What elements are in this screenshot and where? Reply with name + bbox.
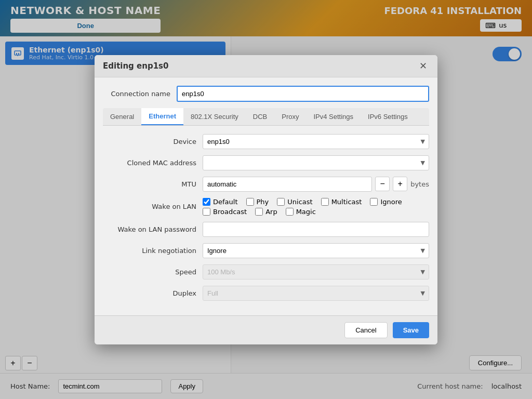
cloned-mac-row: Cloned MAC address xyxy=(103,155,429,170)
device-select-wrap: enp1s0 xyxy=(203,134,429,149)
cloned-mac-label: Cloned MAC address xyxy=(103,159,196,167)
wol-default-checkbox[interactable] xyxy=(203,198,210,206)
mtu-row: MTU − + bytes xyxy=(103,177,429,192)
tab-8021x[interactable]: 802.1X Security xyxy=(183,108,246,125)
wol-password-row: Wake on LAN password xyxy=(103,222,429,237)
link-negotiation-row: Link negotiation Ignore Automatic Manual xyxy=(103,243,429,258)
device-row: Device enp1s0 xyxy=(103,134,429,149)
connection-name-input[interactable] xyxy=(177,86,429,102)
cloned-mac-select[interactable] xyxy=(203,155,429,170)
connection-name-label: Connection name xyxy=(103,90,170,98)
device-label: Device xyxy=(103,138,196,145)
wol-phy-checkbox[interactable] xyxy=(246,198,254,206)
wol-magic-item: Magic xyxy=(286,208,316,216)
wol-ignore-label: Ignore xyxy=(380,198,402,206)
wol-label: Wake on LAN xyxy=(103,203,196,210)
connection-name-row: Connection name xyxy=(103,86,429,102)
dialog-header: Editing enp1s0 ✕ xyxy=(95,55,437,77)
wol-phy-label: Phy xyxy=(257,198,269,206)
wol-unicast-label: Unicast xyxy=(287,198,312,206)
link-negotiation-select[interactable]: Ignore Automatic Manual xyxy=(203,243,429,258)
dialog: Editing enp1s0 ✕ Connection name General… xyxy=(95,55,437,344)
dialog-overlay: Editing enp1s0 ✕ Connection name General… xyxy=(0,0,532,399)
wol-row: Wake on LAN Default Phy Unicast xyxy=(103,198,429,216)
tab-ethernet[interactable]: Ethernet xyxy=(141,108,183,125)
tab-general[interactable]: General xyxy=(103,108,141,125)
wol-ignore-checkbox[interactable] xyxy=(370,198,378,206)
link-negotiation-wrap: Ignore Automatic Manual xyxy=(203,243,429,258)
mtu-increase-button[interactable]: + xyxy=(393,177,407,191)
wol-magic-label: Magic xyxy=(296,208,316,216)
tab-ipv4[interactable]: IPv4 Settings xyxy=(306,108,361,125)
speed-wrap: 100 Mb/s xyxy=(203,264,429,280)
wol-broadcast-item: Broadcast xyxy=(203,208,247,216)
wol-arp-item: Arp xyxy=(255,208,277,216)
wol-unicast-checkbox[interactable] xyxy=(277,198,285,206)
tab-proxy[interactable]: Proxy xyxy=(274,108,306,125)
tab-dcb[interactable]: DCB xyxy=(246,108,274,125)
wol-phy-item: Phy xyxy=(246,198,269,206)
dialog-body: Connection name General Ethernet 802.1X … xyxy=(95,77,437,315)
wol-password-label: Wake on LAN password xyxy=(103,225,196,233)
speed-row: Speed 100 Mb/s xyxy=(103,264,429,280)
mtu-input[interactable] xyxy=(203,177,372,192)
wol-multicast-checkbox[interactable] xyxy=(321,198,329,206)
wol-default-item: Default xyxy=(203,198,238,206)
mtu-controls: − + bytes xyxy=(203,177,429,192)
wol-multicast-label: Multicast xyxy=(331,198,362,206)
mtu-label: MTU xyxy=(103,180,196,188)
dialog-footer: Cancel Save xyxy=(95,315,437,344)
duplex-label: Duplex xyxy=(103,289,196,297)
device-select[interactable]: enp1s0 xyxy=(203,134,429,149)
dialog-title: Editing enp1s0 xyxy=(103,61,168,71)
duplex-row: Duplex Full xyxy=(103,286,429,301)
wol-arp-checkbox[interactable] xyxy=(255,208,263,216)
speed-select[interactable]: 100 Mb/s xyxy=(203,264,429,280)
wol-broadcast-label: Broadcast xyxy=(213,208,247,216)
cloned-mac-wrap xyxy=(203,155,429,170)
cancel-button[interactable]: Cancel xyxy=(344,322,387,338)
link-negotiation-label: Link negotiation xyxy=(103,247,196,255)
wol-unicast-item: Unicast xyxy=(277,198,312,206)
save-button[interactable]: Save xyxy=(393,322,429,338)
tab-ipv6[interactable]: IPv6 Settings xyxy=(361,108,415,125)
tab-bar: General Ethernet 802.1X Security DCB Pro… xyxy=(103,108,429,126)
wol-options: Default Phy Unicast Multicast xyxy=(203,198,429,216)
wol-ignore-item: Ignore xyxy=(370,198,402,206)
duplex-wrap: Full xyxy=(203,286,429,301)
wol-magic-checkbox[interactable] xyxy=(286,208,294,216)
wol-multicast-item: Multicast xyxy=(321,198,362,206)
wol-arp-label: Arp xyxy=(265,208,277,216)
duplex-select[interactable]: Full xyxy=(203,286,429,301)
wol-broadcast-checkbox[interactable] xyxy=(203,208,210,216)
dialog-close-button[interactable]: ✕ xyxy=(417,60,429,72)
mtu-decrease-button[interactable]: − xyxy=(375,177,390,191)
wol-password-input[interactable] xyxy=(203,222,429,237)
wol-default-label: Default xyxy=(213,198,238,206)
mtu-bytes-label: bytes xyxy=(410,180,429,188)
speed-label: Speed xyxy=(103,268,196,276)
